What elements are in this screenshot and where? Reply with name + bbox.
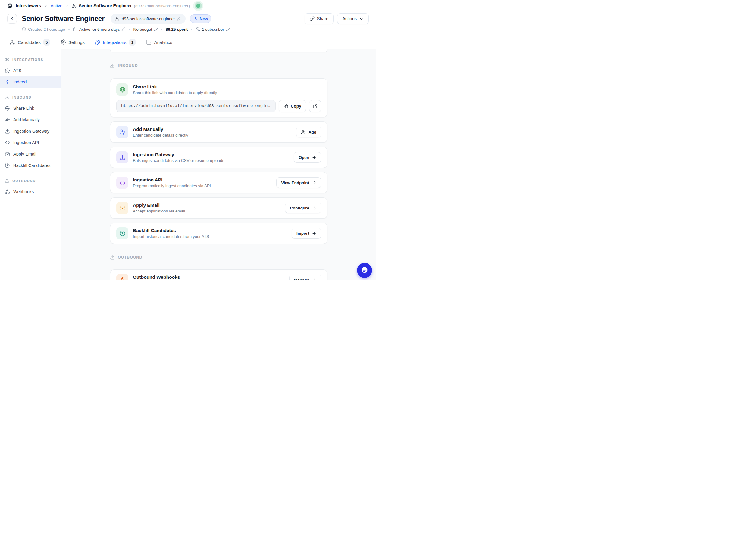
gear-icon — [61, 39, 66, 45]
card-title: Ingestion API — [133, 177, 211, 183]
share-url-field[interactable]: https://admin.heymilo.ai/interview/d93-s… — [116, 100, 276, 112]
dot-separator — [68, 29, 69, 30]
sidebar-item-ingestion-gateway[interactable]: Ingestion Gateway — [0, 125, 61, 137]
card-subtitle: Accept applications via email — [133, 209, 185, 214]
sidebar-item-ats[interactable]: ATS — [0, 65, 61, 76]
edit-pencil-icon[interactable] — [177, 17, 181, 21]
candidates-count-badge: 5 — [43, 39, 50, 46]
history-icon — [5, 163, 10, 168]
sparkles-icon — [194, 17, 198, 21]
tab-integrations-label: Integrations — [103, 40, 126, 45]
actions-button[interactable]: Actions — [337, 13, 369, 24]
status-pulse-dot — [193, 1, 203, 11]
sidebar-item-apply-email[interactable]: Apply Email — [0, 148, 61, 160]
sidebar-item-label: Ingestion Gateway — [13, 129, 49, 134]
clock-icon — [22, 27, 26, 32]
chevron-right-icon — [44, 4, 48, 8]
import-button[interactable]: Import — [292, 228, 321, 239]
sidebar-item-indeed[interactable]: Indeed — [0, 76, 61, 88]
slug-pill-label: d93-senior-software-engineer — [122, 17, 175, 21]
manage-button[interactable]: Manage — [289, 275, 321, 280]
user-plus-icon — [5, 117, 10, 122]
open-button-label: Open — [299, 155, 309, 160]
sidebar-item-webhooks[interactable]: Webhooks — [0, 186, 61, 197]
card-title: Add Manually — [133, 126, 188, 132]
tab-bar: Candidates 5 Settings Integrations 1 Ana… — [0, 36, 376, 49]
dot-separator — [191, 29, 192, 30]
manage-button-label: Manage — [294, 278, 309, 280]
share-button-label: Share — [317, 16, 329, 21]
card-subtitle: Share this link with candidates to apply… — [133, 91, 217, 95]
spent-label: $6.25 spent — [166, 27, 188, 32]
breadcrumb-current: Senior Software Engineer — [79, 3, 132, 8]
arrow-right-icon — [312, 278, 316, 280]
inbound-section-heading: INBOUND — [110, 63, 327, 68]
code-icon — [116, 177, 128, 189]
share-button[interactable]: Share — [305, 13, 334, 24]
ingestion-gateway-card: Ingestion Gateway Bulk ingest candidates… — [110, 147, 327, 168]
sidebar-item-label: Apply Email — [13, 152, 37, 156]
configure-button[interactable]: Configure — [285, 202, 321, 214]
tab-integrations[interactable]: Integrations 1 — [94, 36, 137, 49]
back-button[interactable] — [7, 14, 17, 23]
sidebar-section-inbound: INBOUND — [0, 95, 61, 99]
app-logo-chip-icon — [7, 3, 13, 8]
tab-analytics[interactable]: Analytics — [145, 36, 173, 49]
download-icon — [5, 95, 9, 99]
sidebar-item-label: Ingestion API — [13, 140, 39, 145]
sidebar-item-backfill-candidates[interactable]: Backfill Candidates — [0, 160, 61, 171]
open-button[interactable]: Open — [294, 152, 321, 163]
sidebar-item-label: Indeed — [13, 80, 26, 84]
puzzle-icon — [95, 39, 100, 45]
sidebar-section-label: OUTBOUND — [12, 179, 36, 183]
share-link-card: Share Link Share this link with candidat… — [110, 78, 327, 117]
edit-pencil-icon[interactable] — [226, 27, 230, 31]
view-endpoint-button[interactable]: View Endpoint — [276, 177, 321, 188]
chat-bubble-icon — [360, 266, 369, 275]
arrow-right-icon — [312, 231, 316, 236]
chevron-right-icon — [65, 4, 69, 8]
mail-icon — [5, 152, 10, 157]
sidebar-item-add-manually[interactable]: Add Manually — [0, 114, 61, 125]
slug-pill[interactable]: d93-senior-software-engineer — [110, 14, 186, 23]
active-window-label: Active for 6 more days — [79, 27, 120, 32]
new-badge-label: New — [200, 17, 208, 21]
breadcrumb-interviewers[interactable]: Interviewers — [16, 3, 41, 8]
copy-button[interactable]: Copy — [279, 100, 306, 112]
open-external-link-button[interactable] — [309, 100, 321, 112]
tab-candidates[interactable]: Candidates 5 — [9, 36, 51, 49]
upload-icon — [5, 129, 10, 134]
breadcrumb-active[interactable]: Active — [50, 3, 63, 8]
upload-icon — [110, 255, 115, 260]
mail-icon — [116, 202, 128, 214]
sidebar-item-label: Webhooks — [13, 189, 34, 194]
download-icon — [110, 63, 115, 68]
add-button-label: Add — [308, 130, 316, 135]
app-window: Interviewers Active Senior Software Engi… — [0, 0, 376, 280]
sidebar-item-share-link[interactable]: Share Link — [0, 102, 61, 114]
add-button[interactable]: Add — [296, 126, 321, 137]
edit-pencil-icon[interactable] — [121, 27, 125, 31]
outbound-section-heading: OUTBOUND — [110, 255, 327, 260]
card-title: Apply Email — [133, 202, 185, 208]
card-title: Share Link — [133, 84, 217, 89]
budget-label: No budget — [133, 27, 152, 32]
upload-icon — [116, 151, 128, 163]
tab-analytics-label: Analytics — [154, 40, 172, 45]
edit-pencil-icon[interactable] — [154, 27, 158, 31]
spent-meta: $6.25 spent — [166, 27, 188, 32]
tab-settings[interactable]: Settings — [60, 36, 85, 49]
ingestion-api-card: Ingestion API Programmatically ingest ca… — [110, 172, 327, 193]
breadcrumb: Interviewers Active Senior Software Engi… — [0, 0, 376, 12]
outbound-webhooks-card: Outbound Webhooks Send data to external … — [110, 269, 327, 280]
page-title: Senior Software Engineer — [22, 15, 104, 23]
sidebar-item-ingestion-api[interactable]: Ingestion API — [0, 137, 61, 148]
tab-candidates-label: Candidates — [18, 40, 41, 45]
meta-row: Created 2 hours ago Active for 6 more da… — [22, 27, 369, 32]
add-manually-card: Add Manually Enter candidate details dir… — [110, 121, 327, 143]
arrow-right-icon — [312, 181, 316, 185]
card-subtitle: Bulk ingest candidates via CSV or resume… — [133, 158, 224, 163]
actions-button-label: Actions — [342, 16, 357, 21]
chat-widget-button[interactable] — [357, 263, 372, 278]
globe-icon — [5, 106, 10, 111]
